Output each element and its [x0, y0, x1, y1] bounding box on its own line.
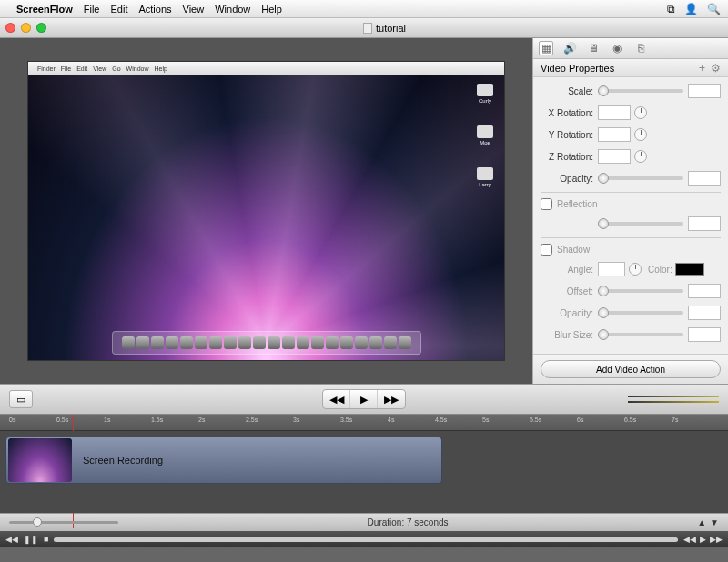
inspector-title: Video Properties — [541, 63, 614, 74]
mac-menubar: ScreenFlow File Edit Actions View Window… — [0, 0, 728, 18]
timeline-footer: Duration: 7 seconds ▲ ▼ — [0, 513, 728, 531]
shadow-checkbox[interactable] — [541, 244, 552, 256]
player-stop-icon[interactable]: ■ — [44, 535, 48, 544]
zoom-button[interactable] — [36, 23, 46, 33]
media-player-bar: ◀◀ ❚❚ ■ ◀◀ ▶ ▶▶ — [0, 531, 728, 547]
yrotation-input[interactable] — [598, 127, 631, 142]
document-icon — [363, 23, 372, 34]
forward-button[interactable]: ▶▶ — [378, 390, 405, 408]
blur-slider[interactable] — [598, 333, 683, 336]
ruler-tick: 5s — [482, 416, 489, 423]
close-button[interactable] — [5, 23, 15, 33]
player-scrubber[interactable] — [54, 537, 678, 542]
ruler-tick: 1s — [104, 416, 110, 423]
add-action-icon[interactable]: + — [699, 62, 705, 75]
shadow-opacity-label: Opacity: — [541, 308, 593, 318]
video-preview[interactable]: Finder File Edit View Go Window Help Cur… — [27, 61, 505, 361]
play-button[interactable]: ▶ — [350, 390, 378, 408]
player-play-icon[interactable]: ▶ — [700, 535, 706, 544]
player-rev-icon[interactable]: ◀◀ — [683, 535, 696, 544]
timeline-clip[interactable]: Screen Recording — [5, 437, 442, 484]
screen-tab-icon[interactable]: 🖥 — [586, 41, 601, 55]
inspector-tabs: ▦ 🔊 🖥 ◉ ⎘ — [533, 38, 728, 59]
preview-dock — [112, 331, 421, 355]
add-video-action-button[interactable]: Add Video Action — [541, 360, 721, 378]
menu-edit[interactable]: Edit — [110, 4, 127, 15]
window-titlebar: tutorial — [0, 18, 728, 38]
menu-window[interactable]: Window — [215, 4, 250, 15]
spotlight-user-icon[interactable]: 👤 — [684, 3, 698, 15]
zrotation-dial[interactable] — [634, 150, 647, 163]
angle-dial[interactable] — [629, 263, 642, 276]
shadow-label: Shadow — [557, 245, 590, 255]
reflection-label: Reflection — [557, 199, 597, 209]
shadow-color-swatch[interactable] — [675, 263, 704, 276]
menu-file[interactable]: File — [84, 4, 100, 15]
ruler-tick: 6.5s — [624, 416, 636, 423]
window-title: tutorial — [376, 23, 406, 34]
scale-slider[interactable] — [598, 89, 683, 93]
opacity-slider[interactable] — [598, 176, 683, 180]
inspector-panel: ▦ 🔊 🖥 ◉ ⎘ Video Properties + ⚙ Scale: — [532, 38, 728, 384]
offset-input[interactable] — [688, 284, 721, 298]
clip-label: Screen Recording — [83, 455, 163, 466]
player-pause-icon[interactable]: ❚❚ — [24, 535, 38, 544]
screenflow-window: tutorial Finder File Edit View Go Window… — [0, 18, 728, 562]
zrotation-input[interactable] — [598, 149, 631, 164]
canvas-area[interactable]: Finder File Edit View Go Window Help Cur… — [0, 38, 532, 384]
ruler-tick: 2s — [198, 416, 205, 423]
shadow-opacity-slider[interactable] — [598, 311, 683, 315]
offset-slider[interactable] — [598, 289, 683, 293]
ruler-tick: 4s — [388, 416, 394, 423]
ruler-tick: 4.5s — [435, 416, 447, 423]
video-tab-icon[interactable]: ▦ — [539, 41, 553, 55]
timeline-track-area[interactable]: Screen Recording — [0, 431, 728, 513]
opacity-label: Opacity: — [541, 174, 593, 184]
spotlight-icon[interactable]: 🔍 — [707, 3, 721, 15]
yrotation-dial[interactable] — [634, 128, 647, 141]
audio-tab-icon[interactable]: 🔊 — [562, 41, 577, 55]
timeline-zoom-indicator — [628, 393, 719, 406]
marker-button[interactable]: ▭ — [9, 390, 33, 408]
reflection-checkbox[interactable] — [541, 198, 552, 210]
rewind-button[interactable]: ◀◀ — [323, 390, 350, 408]
app-menu[interactable]: ScreenFlow — [16, 4, 73, 15]
player-fwd-icon[interactable]: ▶▶ — [710, 535, 723, 544]
zrotation-label: Z Rotation: — [541, 152, 593, 162]
menu-view[interactable]: View — [183, 4, 205, 15]
display-icon[interactable]: ⧉ — [667, 3, 675, 15]
minimize-button[interactable] — [21, 23, 31, 33]
ruler-tick: 2.5s — [246, 416, 258, 423]
annotations-tab-icon[interactable]: ⎘ — [633, 41, 648, 55]
reflection-input[interactable] — [688, 216, 721, 231]
menu-help[interactable]: Help — [261, 4, 282, 15]
scroll-up-icon[interactable]: ▲ — [697, 517, 706, 527]
timeline-ruler[interactable]: 0s0.5s1s1.5s2s2.5s3s3.5s4s4.5s5s5.5s6s6.… — [0, 415, 728, 431]
duration-label: Duration: 7 seconds — [118, 517, 697, 527]
reflection-slider[interactable] — [598, 222, 683, 226]
menu-actions[interactable]: Actions — [138, 4, 171, 15]
ruler-tick: 0s — [9, 416, 15, 423]
angle-label: Angle: — [541, 265, 593, 275]
xrotation-dial[interactable] — [634, 106, 647, 119]
scale-label: Scale: — [541, 86, 593, 96]
xrotation-input[interactable] — [598, 105, 631, 120]
yrotation-label: Y Rotation: — [541, 130, 593, 140]
timeline: 0s0.5s1s1.5s2s2.5s3s3.5s4s4.5s5s5.5s6s6.… — [0, 415, 728, 531]
clip-thumbnail — [8, 438, 72, 482]
offset-label: Offset: — [541, 286, 593, 296]
player-prev-icon[interactable]: ◀◀ — [5, 535, 18, 544]
blur-input[interactable] — [688, 327, 721, 342]
scroll-down-icon[interactable]: ▼ — [710, 517, 719, 527]
timeline-zoom-slider[interactable] — [9, 521, 118, 524]
angle-input[interactable] — [598, 262, 625, 276]
scale-input[interactable] — [688, 84, 721, 98]
opacity-input[interactable] — [688, 171, 721, 186]
gear-icon[interactable]: ⚙ — [711, 62, 721, 75]
callout-tab-icon[interactable]: ◉ — [610, 41, 624, 55]
ruler-tick: 1.5s — [151, 416, 163, 423]
shadow-opacity-input[interactable] — [688, 306, 721, 320]
ruler-tick: 6s — [577, 416, 583, 423]
ruler-tick: 5.5s — [530, 416, 541, 423]
color-label: Color: — [648, 265, 672, 275]
